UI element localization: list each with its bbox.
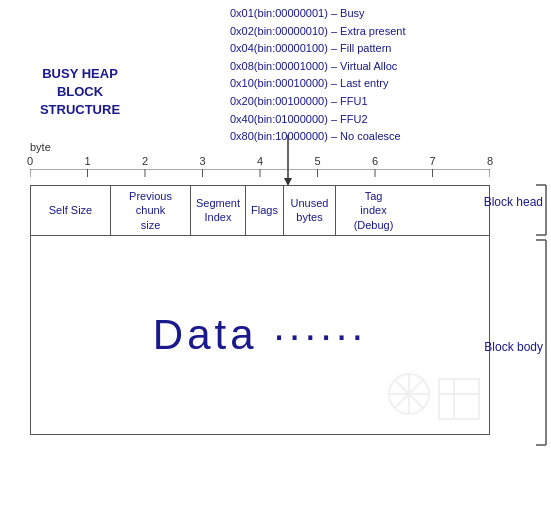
tick-6: 6 — [372, 155, 378, 167]
data-body: Data ······ — [30, 235, 490, 435]
watermark-icon — [379, 364, 439, 424]
flag-item-1: 0x01(bin:00000001) – Busy — [230, 5, 406, 23]
tick-8: 8 — [487, 155, 493, 167]
col-prev-chunk: Previous chunksize — [111, 186, 191, 235]
tick-7: 7 — [429, 155, 435, 167]
col-self-size: Self Size — [31, 186, 111, 235]
ruler-label: byte — [30, 141, 51, 153]
tick-2: 2 — [142, 155, 148, 167]
col-tag-index: Tagindex(Debug) — [336, 186, 411, 235]
tick-1: 1 — [84, 155, 90, 167]
block-head-label: Block head — [484, 195, 543, 209]
col-flags: Flags — [246, 186, 284, 235]
main-container: BUSY HEAP BLOCK STRUCTURE 0x01(bin:00000… — [0, 0, 551, 511]
col-unused-bytes: Unusedbytes — [284, 186, 336, 235]
flags-legend: 0x01(bin:00000001) – Busy 0x02(bin:00000… — [230, 5, 406, 146]
svg-rect-17 — [439, 379, 479, 419]
flag-item-4: 0x08(bin:00001000) – Virtual Alloc — [230, 58, 406, 76]
struct-header-row: Self Size Previous chunksize SegmentInde… — [30, 185, 490, 235]
tick-3: 3 — [199, 155, 205, 167]
struct-table: Self Size Previous chunksize SegmentInde… — [30, 185, 490, 435]
block-body-label: Block body — [484, 340, 543, 354]
watermark-icon-2 — [434, 374, 484, 424]
tick-4: 4 — [257, 155, 263, 167]
col-segment-index: SegmentIndex — [191, 186, 246, 235]
flag-item-5: 0x10(bin:00010000) – Last entry — [230, 75, 406, 93]
flag-item-7: 0x40(bin:01000000) – FFU2 — [230, 111, 406, 129]
page-title: BUSY HEAP BLOCK STRUCTURE — [30, 65, 130, 120]
flag-item-8: 0x80(bin:10000000) – No coalesce — [230, 128, 406, 146]
ruler: byte 0 1 2 3 4 5 6 7 8 — [30, 155, 490, 183]
flag-item-6: 0x20(bin:00100000) – FFU1 — [230, 93, 406, 111]
tick-5: 5 — [314, 155, 320, 167]
tick-0: 0 — [27, 155, 33, 167]
data-label: Data ······ — [153, 311, 367, 359]
flag-item-2: 0x02(bin:00000010) – Extra present — [230, 23, 406, 41]
flag-item-3: 0x04(bin:00000100) – Fill pattern — [230, 40, 406, 58]
